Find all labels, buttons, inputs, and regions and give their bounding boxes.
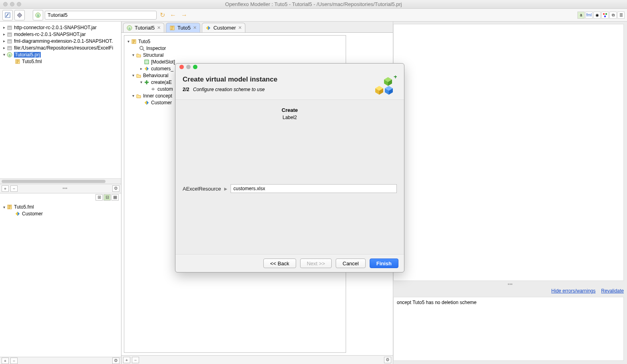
nav-refresh-icon[interactable]: ↻ [158,11,167,19]
ri-5[interactable]: ⧉ [609,12,617,19]
dialog-window-controls[interactable] [175,64,404,70]
expand-arrow-icon[interactable]: ▾ [139,80,143,84]
dialog-body: Create Label2 AExcelResource ▶ [175,99,404,255]
tree-item[interactable]: ▸http-connector-rc-2.0.1-SNAPSHOT.jar [0,24,121,31]
tree-item[interactable]: ▾Tuto5.fml [0,204,121,211]
close-dot[interactable] [3,2,8,6]
back-button[interactable]: << Back [263,259,296,268]
bottom-gear[interactable]: ⚙ [112,358,119,364]
ri-2[interactable]: fml [585,12,593,19]
tree-item-label: create(aE [151,80,172,85]
ri-3[interactable]: ◉ [593,12,601,19]
expand-arrow-icon[interactable]: ▾ [126,39,131,44]
ri-4[interactable] [601,12,609,19]
lt-btn-2[interactable]: ⊟ [104,194,111,201]
expand-arrow-icon[interactable]: ▸ [2,39,6,43]
slot-icon [143,59,150,65]
tool-icon-2[interactable] [14,10,25,20]
bottom-add[interactable]: + [2,358,9,364]
fml-icon [131,39,137,44]
dlg-min-icon[interactable] [186,65,191,69]
jar-icon [6,25,13,30]
tree-item[interactable]: Inspector [124,45,346,52]
revalidate-link[interactable]: Revalidate [601,288,624,297]
hide-errors-link[interactable]: Hide errors/warnings [551,288,596,297]
tree-item[interactable]: ▾Tuto5 [124,38,346,45]
nav-fwd-icon[interactable]: → [179,12,189,19]
fml-icon [169,25,175,31]
tab-tutorial5[interactable]: aTutorial5✕ [123,23,164,32]
cancel-button[interactable]: Cancel [336,259,365,268]
tree-item[interactable]: Customer [0,211,121,217]
bottom-remove[interactable]: − [10,358,18,364]
jar-icon [6,32,13,37]
tree-item[interactable]: Tuto5.fml [0,58,121,65]
zoom-dot[interactable] [17,2,21,6]
lower-tree[interactable]: ▾Tuto5.fmlCustomer [0,202,121,357]
dlg-zoom-icon[interactable] [193,65,197,69]
expand-arrow-icon[interactable]: ▸ [139,66,143,71]
tree-item-label: Tuto5.fml [14,204,34,210]
svg-rect-13 [8,40,12,41]
svg-rect-6 [605,13,607,15]
expand-arrow-icon[interactable]: ▾ [2,52,6,57]
lt-btn-3[interactable]: ▦ [111,194,119,201]
svg-rect-32 [145,60,149,64]
excel-resource-input[interactable] [231,184,397,193]
close-icon[interactable]: ✕ [193,25,197,30]
tree-item-label: Inspector [146,46,166,51]
expand-arrow-icon[interactable]: ▾ [131,93,135,98]
tree-item[interactable]: ▸modelers-rc-2.0.1-SNAPSHOT.jar [0,31,121,38]
tool-icon-1[interactable] [2,10,13,20]
expand-arrow-icon[interactable]: ▾ [2,205,6,209]
minimize-dot[interactable] [10,2,14,6]
cb-remove[interactable]: − [132,357,139,363]
ri-6[interactable]: ☰ [617,12,625,19]
tree-item-label: http-connector-rc-2.0.1-SNAPSHOT.jar [14,25,97,30]
finish-button[interactable]: Finish [370,259,398,268]
ri-1[interactable]: a [577,12,585,19]
breadcrumb-input[interactable] [45,11,157,20]
close-icon[interactable]: ✕ [157,25,161,30]
concept-icon [14,211,21,217]
editor-tabs: aTutorial5✕Tuto5✕Customer✕ [121,22,393,33]
link-icon [150,86,156,92]
tab-customer[interactable]: Customer✕ [202,23,245,32]
window-controls[interactable] [3,2,21,6]
expand-arrow-icon[interactable]: ▸ [2,32,6,36]
project-tree[interactable]: ▸http-connector-rc-2.0.1-SNAPSHOT.jar▸mo… [0,22,121,178]
cubes-icon: + [373,76,397,96]
add-button[interactable]: + [2,185,9,192]
nav-back-icon[interactable]: ← [168,12,178,19]
folder-icon [135,52,142,58]
tree-item[interactable]: ▾Structural [124,52,346,58]
cb-gear[interactable]: ⚙ [384,357,391,363]
svg-marker-42 [145,101,147,105]
svg-text:a: a [128,26,130,30]
dlg-close-icon[interactable] [179,65,184,69]
cb-add[interactable]: + [123,357,130,363]
left-bottom-bar: + − ⚙ [0,357,121,364]
tree-item[interactable]: ▾aTutorial5.prj [0,51,121,58]
expand-arrow-icon[interactable]: ▾ [131,73,135,78]
tree-scrollbar[interactable] [0,178,121,184]
tree-item[interactable]: ▸fml-diagramming-extension-2.0.1-SNAPSHO… [0,38,121,44]
dialog-create-label: Create [282,107,298,113]
lt-btn-1[interactable]: ⊞ [96,194,103,201]
close-icon[interactable]: ✕ [238,25,242,30]
dots-icon: ••• [19,186,111,191]
gear-button[interactable]: ⚙ [112,185,119,192]
dialog-create-sub: Label2 [283,115,297,120]
tree-item[interactable]: ▸file:/Users/mac/Repositories/resources/… [0,44,121,51]
right-divider[interactable]: ••• [393,281,627,288]
svg-marker-35 [145,67,147,71]
tab-tuto5[interactable]: Tuto5✕ [166,23,200,32]
expand-arrow-icon[interactable]: ▸ [2,25,6,30]
prj-icon: a [6,52,13,58]
expand-arrow-icon[interactable]: ▾ [131,53,135,57]
concept-icon [143,100,150,105]
expand-arrow-icon[interactable]: ▸ [2,46,6,50]
tool-icon-3[interactable]: a [33,10,43,20]
remove-button[interactable]: − [10,185,18,192]
svg-marker-1 [17,13,22,18]
